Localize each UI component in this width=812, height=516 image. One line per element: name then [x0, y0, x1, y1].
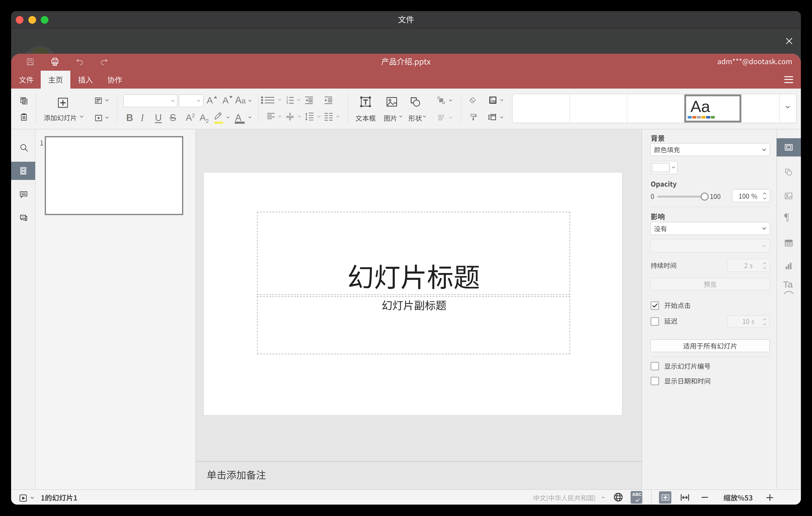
svg-text:3: 3: [286, 101, 288, 104]
